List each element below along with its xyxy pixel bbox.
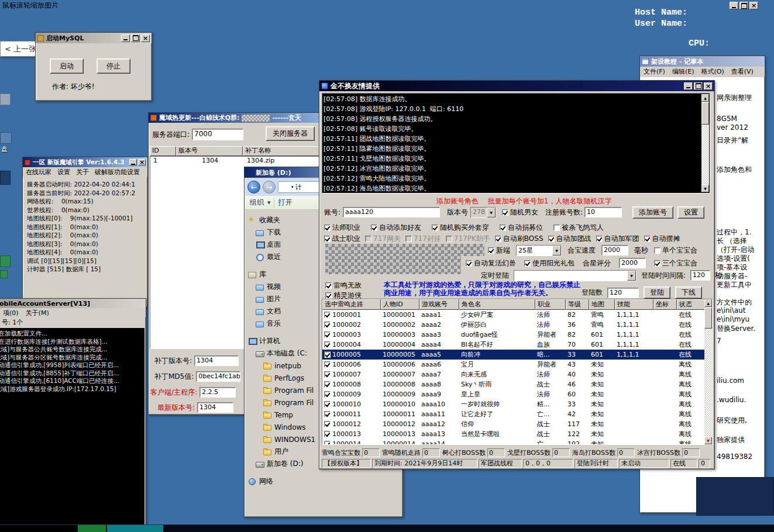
sidebar-item[interactable]: 文档: [246, 305, 328, 317]
desktop-icon[interactable]: [0, 255, 11, 267]
option-checkbox[interactable]: 自动添加好友: [371, 223, 421, 233]
minimize-button[interactable]: [129, 159, 137, 165]
back-button[interactable]: ←: [247, 181, 260, 194]
row-checkbox[interactable]: [324, 381, 331, 388]
taskbar-item[interactable]: [78, 525, 106, 532]
sidebar-item[interactable]: Program Fil: [246, 384, 328, 396]
column-header[interactable]: 状态: [677, 299, 705, 310]
close-button[interactable]: [749, 2, 758, 9]
row-checkbox[interactable]: [324, 322, 331, 328]
title-bar[interactable]: 启动MySQL: [36, 33, 152, 43]
auto-revive-checkbox[interactable]: 自动复活幻兽: [466, 258, 516, 268]
desktop-icon[interactable]: [0, 270, 8, 278]
table-scrollbar[interactable]: ▲ ▼: [704, 299, 712, 444]
menu-item[interactable]: 编辑(E): [669, 67, 698, 76]
sidebar-item[interactable]: 网络: [246, 475, 328, 488]
sidebar-item[interactable]: Program Fil: [246, 396, 328, 409]
chevron-down-icon[interactable]: ▼: [267, 201, 270, 205]
option-checkbox[interactable]: 717封挂: [405, 234, 441, 244]
sidebar-item[interactable]: PerfLogs: [246, 372, 328, 384]
taskbar-item[interactable]: [107, 525, 163, 532]
maximize-button[interactable]: [694, 82, 703, 90]
close-button[interactable]: [704, 82, 713, 90]
log-scrollbar[interactable]: ▲ ▼: [701, 94, 709, 192]
timed-login-combo[interactable]: [514, 270, 637, 281]
star-score-input[interactable]: 2000: [619, 258, 646, 268]
server-port-input[interactable]: 7000: [192, 129, 243, 140]
menu-item[interactable]: 查看(V): [728, 67, 757, 76]
new-client-checkbox[interactable]: 新端: [488, 246, 510, 255]
close-server-button[interactable]: 关闭服务器: [266, 126, 315, 141]
taskbar[interactable]: [0, 524, 774, 532]
table-row[interactable]: 1000006 10000006 aaaa6 宝月 异能者 43 未知 离线: [322, 360, 704, 369]
option-checkbox[interactable]: 自动摆摊: [644, 234, 680, 244]
row-checkbox[interactable]: [324, 341, 331, 348]
menu-item[interactable]: 破解版功能设置: [92, 168, 143, 177]
table-row[interactable]: 1000005 10000005 aaaa5 向前冲 暗... 33 601 1…: [322, 350, 704, 360]
title-bar[interactable]: 架设教程 - 记事本: [640, 56, 765, 67]
row-checkbox[interactable]: [324, 441, 331, 444]
table-row[interactable]: 1000007 10000007 aaaa7 向来无感 法师 40 未知 离线: [322, 369, 704, 379]
column-header[interactable]: 版本号: [176, 146, 243, 156]
column-header[interactable]: 技能: [615, 299, 653, 310]
sidebar-item[interactable]: 库: [246, 268, 328, 281]
menu-item[interactable]: 项(0): [0, 309, 22, 317]
close-button[interactable]: [138, 159, 146, 165]
forward-button[interactable]: →: [263, 181, 276, 194]
option-checkbox[interactable]: 自动刷BOSS: [495, 234, 543, 244]
desktop-icon[interactable]: [0, 94, 11, 105]
table-row[interactable]: 1000011 10000011 aaaa11 让它走好了 亡... 42 未知…: [322, 409, 704, 419]
table-row[interactable]: 1000003 10000003 aaaa3 duo情gae怪 异能者 82 6…: [322, 330, 704, 340]
version-combo[interactable]: 278: [470, 207, 496, 218]
offline-button[interactable]: 下线: [675, 286, 702, 299]
latest-version-input[interactable]: 1304: [197, 402, 233, 413]
option-checkbox[interactable]: 自动加团战: [548, 234, 591, 244]
taskbar-item[interactable]: [0, 525, 76, 532]
row-checkbox[interactable]: [324, 391, 331, 398]
login-interval-input[interactable]: 120: [690, 270, 710, 281]
sidebar-item[interactable]: Windows: [246, 421, 328, 433]
menu-item[interactable]: 文件(F): [640, 67, 669, 76]
row-checkbox[interactable]: [324, 312, 331, 318]
login-count-input[interactable]: 120: [607, 288, 639, 298]
settings-button[interactable]: 设置: [677, 206, 704, 219]
sidebar-item[interactable]: inetpub: [246, 360, 328, 372]
menu-item[interactable]: 关于(M): [22, 309, 53, 317]
column-header[interactable]: 等级: [566, 299, 589, 310]
option-checkbox[interactable]: 随机购买外套穿: [432, 223, 489, 233]
column-header[interactable]: 角色名: [459, 299, 535, 310]
sidebar-item[interactable]: 最近: [246, 251, 328, 263]
row-checkbox[interactable]: [324, 331, 331, 338]
sidebar-item[interactable]: 本地磁盘 (C:: [246, 347, 328, 360]
sidebar-item[interactable]: 下载: [246, 226, 328, 239]
sidebar-item[interactable]: WINDOWS1: [246, 433, 328, 445]
login-button[interactable]: 登陆: [644, 286, 670, 299]
add-account-button[interactable]: 添加账号: [632, 206, 673, 219]
title-bar[interactable]: 一区 新版魔域引擎 Ver:1.6.4.3: [23, 157, 147, 167]
scroll-up-button[interactable]: ▲: [704, 299, 712, 307]
sidebar-item[interactable]: 计算机: [246, 335, 328, 347]
column-header[interactable]: 选中雷鸣走路: [322, 299, 381, 310]
row-checkbox[interactable]: [324, 361, 331, 368]
row-checkbox[interactable]: [324, 431, 331, 437]
account-input[interactable]: aaaa120: [343, 207, 440, 217]
sidebar-item[interactable]: 收藏夹: [246, 214, 328, 226]
row-checkbox[interactable]: [324, 401, 331, 407]
star-combo[interactable]: 25星: [516, 245, 562, 256]
scrollbar-thumb[interactable]: [704, 308, 712, 329]
row-checkbox[interactable]: [324, 421, 331, 427]
menu-item[interactable]: 格式(O): [697, 67, 727, 76]
sidebar-item[interactable]: Temp: [246, 409, 328, 421]
option-checkbox[interactable]: 被杀飞鸽骂人: [553, 223, 604, 233]
table-row[interactable]: 1000008 10000008 aaaa8 Sky丶听雨 战士 46 未知 离…: [322, 379, 704, 389]
minimize-button[interactable]: [684, 82, 693, 90]
table-row[interactable]: 1000002 10000002 aaaa2 伊丽莎白 法师 36 雷鸣 1,1…: [322, 320, 704, 330]
three-pet-checkbox[interactable]: 三个宝宝合: [654, 258, 697, 268]
column-header[interactable]: 地图: [589, 299, 615, 310]
column-header[interactable]: 人物ID: [381, 299, 419, 310]
open-button[interactable]: 打开: [278, 198, 292, 208]
organize-menu[interactable]: 组织: [250, 198, 264, 208]
table-row[interactable]: 1000012 10000012 aaaa12 信仰 战士 117 未知 离线: [322, 419, 704, 429]
desktop-icon[interactable]: [0, 132, 12, 144]
scroll-down-button[interactable]: ▼: [701, 185, 709, 192]
